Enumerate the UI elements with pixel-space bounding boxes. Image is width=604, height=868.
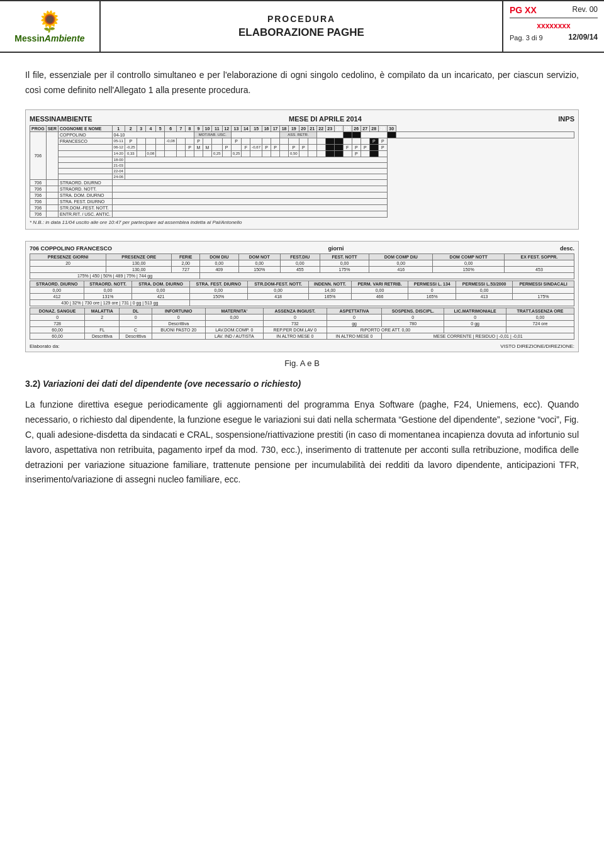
val3b-blank2 xyxy=(120,320,152,326)
header-center: PROCEDURA ELABORAZIONE PAGHE xyxy=(101,1,503,52)
val3-continue: 175% | 450 | 50% | 489 | 75% | 744 gg xyxy=(30,272,200,279)
th-lic-matr: LIC.MATRIMONIALE xyxy=(444,308,506,314)
r3-p7: P xyxy=(361,144,369,150)
straord-n-vals xyxy=(112,186,387,192)
val3b-728: 728 xyxy=(30,320,85,326)
main-content: Il file, essenziale per il controllo sim… xyxy=(0,53,604,503)
header-right-bottom: Pag. 3 di 9 12/09/14 xyxy=(510,33,598,42)
r4-11 xyxy=(242,150,250,157)
val3c-blank2 xyxy=(506,326,574,333)
blank-name6 xyxy=(59,174,113,179)
r3-v: -0,67 xyxy=(250,144,262,150)
prog-706a: 706 xyxy=(30,179,47,186)
val-strdom-fest-nott: 0,00 xyxy=(247,287,308,293)
d17 xyxy=(271,138,280,144)
prog-706c: 706 xyxy=(30,192,47,198)
elaborazione-label: ELABORAZIONE PAGHE xyxy=(238,26,364,39)
detail-title: 706 COPPOLINO FRANCESCO giorni desc. xyxy=(30,245,574,252)
pg-label: PG XX xyxy=(510,5,537,15)
th-dom-diu: DOM DIU xyxy=(200,253,239,260)
name-coppolino: COPPOLINO xyxy=(59,131,113,138)
col-d12: 12 xyxy=(222,125,231,131)
r3-p1: P xyxy=(185,144,194,150)
table-row: FRANCESCO 05-11 P -0,08 P P xyxy=(30,138,574,144)
r3-f3: F xyxy=(343,144,352,150)
stra-dom-diurno: STRA. DOM. DIURNO xyxy=(59,192,113,198)
entr-rit-vals xyxy=(112,211,387,217)
r7-d: 22-04 xyxy=(112,168,125,174)
strdom-fest-n-vals xyxy=(112,204,387,211)
d10 xyxy=(203,138,211,144)
date-range-1: 04-10 xyxy=(112,131,165,138)
th-perm-sind: PERMESSI SINDACALI xyxy=(513,281,574,287)
col-d24: 24 xyxy=(334,125,343,131)
th-strdom-fest-nott: STR.DOM-FEST. NOTT. xyxy=(247,281,308,287)
d29: P xyxy=(378,138,387,144)
th-maternita: MATERNITA' xyxy=(205,308,263,314)
detail-row-2b: 412 131% 421 150% 418 165% 466 165% 413 … xyxy=(30,293,574,299)
val-dom-comp-nott: 0,00 xyxy=(433,260,504,266)
th-dom-comp-diu: DOM COMP DIU xyxy=(369,253,433,260)
r3-p5: P xyxy=(299,144,308,150)
serv-a xyxy=(46,179,58,186)
val3c-riporto: RiPORTO ORE ATT. 0,00 xyxy=(327,326,444,333)
section-32-title: Variazioni dei dati del dipendente (ove … xyxy=(43,379,301,389)
val2b-175pct: 175% xyxy=(513,293,574,299)
th-perm-vari: PERM. VARI RETRIB. xyxy=(351,281,408,287)
d21 xyxy=(308,138,316,144)
th-dom-not: DOM NOT xyxy=(238,253,280,260)
d9-p: P xyxy=(194,138,203,144)
th-fest-diu: FEST.DIU xyxy=(280,253,320,260)
r4-d: 14-20 xyxy=(112,150,125,157)
d14 xyxy=(242,138,250,144)
col-d26: 26 xyxy=(352,125,361,131)
section-32-heading: 3.2) Variazioni dei dati del dipendente … xyxy=(25,377,579,392)
col-d19: 19 xyxy=(289,125,299,131)
d13-p: P xyxy=(231,138,242,144)
val2b-418: 418 xyxy=(247,293,308,299)
r4-p1: P xyxy=(352,150,361,157)
table-row: 706 COPPOLINO 04-10 MOT.RAB. USC. ASS. R… xyxy=(30,131,574,138)
val2-453: 453 xyxy=(504,266,574,272)
r3-p3: P xyxy=(271,144,280,150)
prog-706b: 706 xyxy=(30,186,47,192)
val3-blank xyxy=(200,272,574,279)
col-d28: 28 xyxy=(369,125,378,131)
r4-18 xyxy=(316,150,325,157)
detail-row-3b: 728 Descrittiva 732 gg 780 0 gg 724 ore xyxy=(30,320,574,326)
blank5 xyxy=(396,131,574,138)
d7 xyxy=(176,138,185,144)
section-32-num: 3.2) xyxy=(25,379,40,389)
straord-nott: STRAORD. NOTT. xyxy=(59,186,113,192)
d12 xyxy=(222,138,231,144)
val-sospens: 0 xyxy=(382,314,444,320)
d4 xyxy=(145,138,156,144)
th-stra-dom-diu: STRA. DOM. DIURNO xyxy=(132,281,189,287)
val-stra-dom-diu: 0,00 xyxy=(132,287,189,293)
d6-val: -0,08 xyxy=(165,138,177,144)
val3b-732: 732 xyxy=(264,320,327,326)
logo-flower-icon: 🌻 xyxy=(14,9,84,33)
val2b-131pct: 131% xyxy=(84,293,132,299)
blank-name1 xyxy=(59,144,113,150)
detail-table-2: STRAORD. DIURNO STRAORD. NOTT. STRA. DOM… xyxy=(30,281,574,306)
blank3 xyxy=(316,131,343,138)
table-note: * N.B.: in data 11/04 uscito alle ore 10… xyxy=(30,220,574,225)
col-d7: 7 xyxy=(176,125,185,131)
r3-p8: P xyxy=(378,144,387,150)
r3-m2: M xyxy=(203,144,211,150)
th-donaz: DONAZ. SANGUE xyxy=(30,308,85,314)
r4-1: 0,33 xyxy=(125,150,137,157)
detail-desc: desc. xyxy=(560,245,574,252)
val2-150pct: 150% xyxy=(238,266,280,272)
val2-727: 727 xyxy=(172,266,200,272)
col-d2: 2 xyxy=(125,125,137,131)
r8-d: 24-06 xyxy=(112,174,125,179)
d28-bc: P xyxy=(369,138,378,144)
val3c-blank xyxy=(444,326,506,333)
serv-b xyxy=(46,186,58,192)
val3b-724: 724 ore xyxy=(506,320,574,326)
table-row: 22-04 xyxy=(30,168,574,174)
r3-bc1 xyxy=(325,144,334,150)
table-row: 14-20 0,33 0,08 0,25 0,25 xyxy=(30,150,574,157)
